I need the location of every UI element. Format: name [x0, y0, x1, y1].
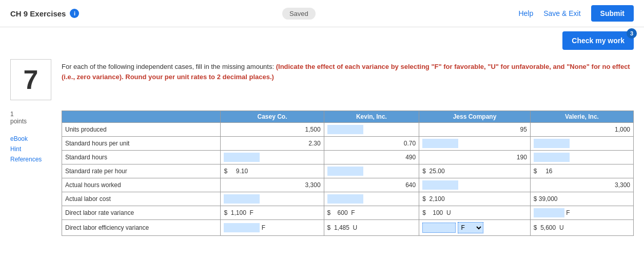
- table-row: Direct labor rate variance $ 1,100 F $ 6…: [62, 206, 634, 220]
- valerie-act-hours: 3,300: [530, 178, 633, 192]
- row-label: Actual hours worked: [62, 178, 221, 192]
- table-row: Standard hours 490 190: [62, 151, 634, 164]
- main-layout: 1 points eBook Hint References Casey Co.…: [10, 111, 634, 236]
- jess-std-rate: $ 25.00: [419, 164, 531, 178]
- jess-std-hours: 190: [419, 151, 531, 164]
- casey-dlrv: $ 1,100 F: [221, 206, 324, 220]
- points-value: 1: [10, 111, 51, 118]
- page-title: CH 9 Exercises: [10, 9, 66, 18]
- ebook-link[interactable]: eBook: [10, 135, 51, 142]
- kevin-dlrv: $ 600 F: [324, 206, 419, 220]
- casey-act-cost-field[interactable]: [224, 194, 260, 204]
- question-text-plain: For each of the following independent ca…: [62, 63, 276, 70]
- kevin-act-cost-field[interactable]: [327, 194, 363, 204]
- kevin-act-hours: 640: [324, 178, 419, 192]
- jess-std-hr-unit-input: [419, 137, 531, 151]
- sidebar-links: eBook Hint References: [10, 135, 51, 163]
- casey-dlev-variance: F: [262, 224, 265, 231]
- valerie-units: 1,000: [530, 123, 633, 137]
- jess-dlrv: $ 100 U: [419, 206, 531, 220]
- question-header: 7 For each of the following independent …: [10, 59, 634, 105]
- saved-badge-container: Saved: [282, 10, 316, 17]
- casey-std-rate: $ 9.10: [221, 164, 324, 178]
- kevin-std-rate-input: [324, 164, 419, 178]
- valerie-std-hours-field[interactable]: [534, 153, 570, 162]
- save-exit-link[interactable]: Save & Exit: [543, 9, 580, 17]
- check-work-label: Check my work: [572, 36, 625, 45]
- table-row: Units produced 1,500 95 1,000: [62, 123, 634, 137]
- valerie-std-hr-unit-input: [530, 137, 633, 151]
- question-number-box: 7: [10, 59, 51, 100]
- row-label: Standard hours per unit: [62, 137, 221, 151]
- jess-units: 95: [419, 123, 531, 137]
- jess-dlev-select[interactable]: F U None: [458, 222, 483, 233]
- hint-link[interactable]: Hint: [10, 145, 51, 153]
- col-header-casey: Casey Co.: [221, 111, 324, 123]
- valerie-dlev: $ 5,600 U: [530, 220, 633, 236]
- submit-button[interactable]: Submit: [591, 5, 634, 22]
- kevin-units-field[interactable]: [327, 125, 363, 134]
- left-sidebar: 1 points eBook Hint References: [10, 111, 51, 236]
- question-text: For each of the following independent ca…: [10, 59, 634, 82]
- table-row: Actual labor cost $ 2,100 $ 39,000: [62, 192, 634, 206]
- table-wrapper: Casey Co. Kevin, Inc. Jess Company Valer…: [62, 111, 634, 236]
- col-header-valerie: Valerie, Inc.: [530, 111, 633, 123]
- row-label: Standard rate per hour: [62, 164, 221, 178]
- casey-dlev-field[interactable]: [224, 223, 260, 232]
- check-work-button[interactable]: Check my work 3: [562, 31, 634, 50]
- check-work-area: Check my work 3: [0, 27, 644, 54]
- header-left: CH 9 Exercises i: [10, 9, 79, 18]
- casey-dlev: F: [221, 220, 324, 236]
- jess-dlev: F U None: [419, 220, 531, 236]
- valerie-std-hr-unit-field[interactable]: [534, 139, 570, 148]
- jess-act-cost: $ 2,100: [419, 192, 531, 206]
- kevin-std-hours: 490: [324, 151, 419, 164]
- row-label: Direct labor efficiency variance: [62, 220, 221, 236]
- col-header-kevin: Kevin, Inc.: [324, 111, 419, 123]
- kevin-std-rate-field[interactable]: [327, 167, 363, 176]
- valerie-dlrv-field[interactable]: [534, 208, 564, 217]
- casey-std-hours-field[interactable]: [224, 153, 260, 162]
- kevin-act-cost-input: [324, 192, 419, 206]
- row-label: Direct labor rate variance: [62, 206, 221, 220]
- valerie-std-hours-input: [530, 151, 633, 164]
- valerie-std-rate: $ 16: [530, 164, 633, 178]
- question-number: 7: [24, 64, 38, 95]
- check-work-badge: 3: [627, 28, 637, 39]
- points-label: 1 points: [10, 111, 51, 125]
- col-header-jess: Jess Company: [419, 111, 531, 123]
- valerie-act-cost: $ 39,000: [530, 192, 633, 206]
- kevin-dlev: $ 1,485 U: [324, 220, 419, 236]
- points-text: points: [10, 118, 51, 125]
- table-row: Actual hours worked 3,300 640 3,300: [62, 178, 634, 192]
- row-label: Actual labor cost: [62, 192, 221, 206]
- help-link[interactable]: Help: [518, 9, 533, 17]
- row-label: Units produced: [62, 123, 221, 137]
- casey-std-hours-input: [221, 151, 324, 164]
- table-row: Standard hours per unit 2.30 0.70: [62, 137, 634, 151]
- table-header-row: Casey Co. Kevin, Inc. Jess Company Valer…: [62, 111, 634, 123]
- kevin-units-input: [324, 123, 419, 137]
- kevin-std-hr-unit: 0.70: [324, 137, 419, 151]
- jess-std-hr-unit-field[interactable]: [422, 139, 458, 148]
- table-row: Standard rate per hour $ 9.10 $ 25.00 $ …: [62, 164, 634, 178]
- content: 7 For each of the following independent …: [0, 54, 644, 241]
- main-table: Casey Co. Kevin, Inc. Jess Company Valer…: [62, 111, 634, 236]
- col-header-label: [62, 111, 221, 123]
- header: CH 9 Exercises i Saved Help Save & Exit …: [0, 0, 644, 27]
- jess-act-hours-input: [419, 178, 531, 192]
- saved-badge: Saved: [282, 8, 316, 20]
- table-row: Direct labor efficiency variance F $ 1,4…: [62, 220, 634, 236]
- row-label: Standard hours: [62, 151, 221, 164]
- casey-act-hours: 3,300: [221, 178, 324, 192]
- jess-dlev-field[interactable]: [422, 223, 456, 233]
- casey-units: 1,500: [221, 123, 324, 137]
- references-link[interactable]: References: [10, 156, 51, 163]
- valerie-dlrv: F: [530, 206, 633, 220]
- header-right: Help Save & Exit Submit: [518, 5, 634, 22]
- info-icon[interactable]: i: [70, 9, 79, 18]
- casey-act-cost-input: [221, 192, 324, 206]
- jess-act-hours-field[interactable]: [422, 180, 458, 190]
- casey-std-hr-unit: 2.30: [221, 137, 324, 151]
- valerie-dlrv-variance: F: [566, 209, 570, 216]
